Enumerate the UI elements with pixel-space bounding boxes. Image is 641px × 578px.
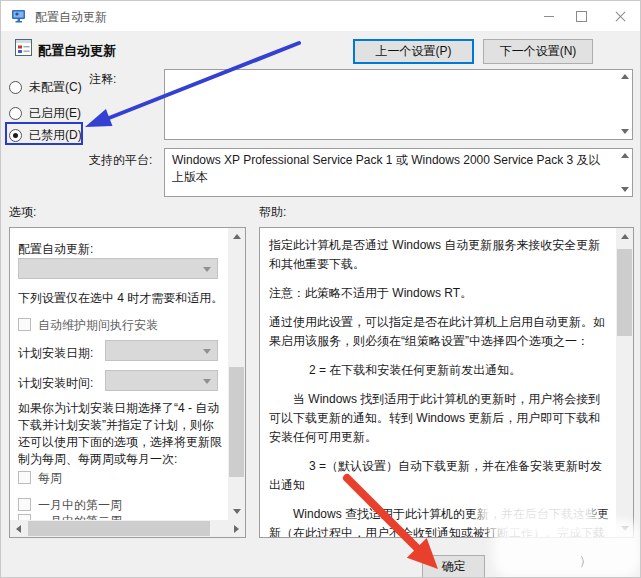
chevron-down-icon <box>203 379 211 384</box>
radio-not-configured[interactable]: 未配置(C) <box>9 79 82 95</box>
checkbox-icon <box>18 471 31 484</box>
configure-auto-update-dialog: 配置自动更新 配置自动更新 上一个设置(P) 下一个设置(N) 未配置(C) 已… <box>0 0 641 578</box>
scroll-down-icon <box>621 129 629 134</box>
scroll-right-button[interactable] <box>228 520 245 537</box>
configure-auto-update-label: 配置自动更新: <box>18 241 93 258</box>
weekly-checkbox: 每周 <box>18 471 62 485</box>
options-panel: 配置自动更新: 下列设置仅在选中 4 时才需要和适用。 自动维护期间执行安装 计… <box>9 227 246 538</box>
annotation-highlight-box <box>5 122 83 145</box>
obscured-button-text: ） <box>579 552 592 570</box>
help-paragraph: 注意：此策略不适用于 Windows RT。 <box>269 284 610 303</box>
setting-title: 配置自动更新 <box>38 42 116 60</box>
app-icon <box>11 8 27 24</box>
maximize-button[interactable] <box>565 1 597 31</box>
close-button[interactable] <box>599 1 641 31</box>
help-vertical-scrollbar[interactable] <box>616 228 633 537</box>
checkbox-icon <box>18 498 31 511</box>
radio-label: 已启用(E) <box>29 105 81 122</box>
scroll-up-button[interactable] <box>228 228 245 245</box>
help-paragraph: 通过使用此设置，可以指定是否在此计算机上启用自动更新。如果启用该服务，则必须在“… <box>269 313 610 351</box>
help-paragraph: 2 = 在下载和安装任何更新前发出通知。 <box>269 361 610 380</box>
install-day-dropdown <box>105 340 218 361</box>
comment-label: 注释: <box>89 71 116 88</box>
scrollbar-thumb[interactable] <box>28 521 210 536</box>
help-paragraph: 当 Windows 找到适用于此计算机的更新时，用户将会接到可以下载更新的通知。… <box>269 390 610 447</box>
radio-circle <box>9 107 22 120</box>
maintenance-install-checkbox: 自动维护期间执行安装 <box>18 318 158 332</box>
help-label: 帮助: <box>259 204 286 221</box>
scroll-left-button[interactable] <box>10 520 27 537</box>
options-label: 选项: <box>9 204 36 221</box>
scroll-down-icon <box>621 187 629 192</box>
scroll-up-icon <box>621 74 629 79</box>
watermark-blur <box>493 520 641 578</box>
chevron-down-icon <box>203 267 211 272</box>
ok-button[interactable]: 确定 <box>422 555 485 578</box>
install-time-label: 计划安装时间: <box>18 375 93 392</box>
scroll-up-icon <box>621 153 629 158</box>
install-day-label: 计划安装日期: <box>18 345 93 362</box>
maximize-icon <box>576 11 587 22</box>
window-title: 配置自动更新 <box>35 9 107 26</box>
schedule-note: 如果你为计划安装日期选择了“4 - 自动下载并计划安装”并指定了计划，则你还可以… <box>18 400 225 468</box>
checkbox-label: 每周 <box>38 471 62 485</box>
chevron-down-icon <box>203 349 211 354</box>
options-horizontal-scrollbar[interactable] <box>10 520 245 537</box>
minimize-icon <box>544 16 554 17</box>
next-setting-button[interactable]: 下一个设置(N) <box>483 39 593 64</box>
scrollbar-thumb[interactable] <box>617 249 632 336</box>
radio-enabled[interactable]: 已启用(E) <box>9 105 81 121</box>
checkbox-label: 自动维护期间执行安装 <box>38 318 158 332</box>
configure-auto-update-dropdown <box>18 258 218 279</box>
titlebar: 配置自动更新 <box>1 1 640 31</box>
options-vertical-scrollbar[interactable] <box>228 228 245 520</box>
checkbox-label: 一月中的第一周 <box>38 498 122 512</box>
help-paragraph: 指定此计算机是否通过 Windows 自动更新服务来接收安全更新和其他重要下载。 <box>269 236 610 274</box>
minimize-button[interactable] <box>533 1 565 31</box>
supported-on-box: Windows XP Professional Service Pack 1 或… <box>164 148 633 197</box>
previous-setting-button[interactable]: 上一个设置(P) <box>353 39 474 64</box>
radio-circle <box>9 81 22 94</box>
option4-note: 下列设置仅在选中 4 时才需要和适用。 <box>18 290 226 307</box>
scroll-down-button[interactable] <box>228 503 245 520</box>
first-week-checkbox: 一月中的第一周 <box>18 498 122 512</box>
radio-label: 未配置(C) <box>29 79 82 96</box>
checkbox-icon <box>18 318 31 331</box>
supported-on-label: 支持的平台: <box>89 152 152 169</box>
install-time-dropdown <box>105 370 218 391</box>
comment-input[interactable] <box>164 69 633 140</box>
scroll-up-button[interactable] <box>616 228 633 245</box>
close-icon <box>615 11 626 22</box>
scrollbar-thumb[interactable] <box>229 367 244 477</box>
policy-setting-icon <box>15 39 32 56</box>
